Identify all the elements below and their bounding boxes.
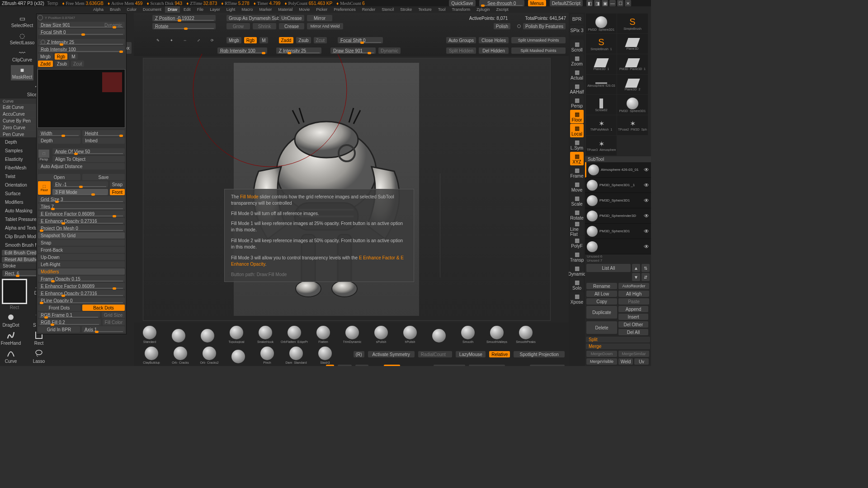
menu-movie[interactable]: Movie: [296, 6, 312, 13]
xyz[interactable]: XYZ: [355, 365, 368, 366]
pline-opacity[interactable]: PLine Opacity 0: [38, 297, 125, 304]
window-icon-2[interactable]: ◨: [594, 0, 600, 6]
stroke-dragdot-icon[interactable]: DragDot: [2, 311, 20, 329]
zpos-slider[interactable]: Z Position -0.19322: [152, 15, 216, 21]
up-down[interactable]: Up-Down: [38, 254, 125, 260]
uncrease[interactable]: UnCrease: [279, 15, 304, 21]
brush-trimdynamic[interactable]: TrimDynamic: [338, 324, 366, 343]
stroke-freehand-icon[interactable]: FreeHand: [2, 329, 20, 347]
brush-smoothvalleys[interactable]: SmoothValleys: [483, 324, 511, 343]
brush-empty[interactable]: [425, 324, 453, 343]
window-close[interactable]: ✕: [625, 0, 631, 6]
rgbintensity-slider[interactable]: Rgb Intensity 100: [38, 46, 125, 52]
allhigh[interactable]: All High: [618, 291, 649, 297]
focalshift-slider[interactable]: Focal Shift 0: [38, 29, 125, 35]
gridsize2[interactable]: Grid Size: [102, 312, 125, 318]
m2[interactable]: M: [259, 37, 268, 43]
crease[interactable]: Crease: [279, 23, 304, 29]
auto-groups[interactable]: Auto Groups: [446, 37, 476, 43]
elv-slider[interactable]: Elv -1: [52, 181, 108, 188]
nav-persp[interactable]: ▦Persp: [570, 96, 584, 109]
lazyradius[interactable]: LazyRadius: [469, 365, 505, 366]
spotlight-projection[interactable]: Spotlight Projection: [514, 351, 565, 357]
front[interactable]: Front: [110, 189, 125, 195]
tool-thumb-6[interactable]: Atmosphere 426-03: [586, 75, 617, 94]
auto-adjust-distance[interactable]: Auto Adjust Distance: [38, 163, 125, 169]
grow[interactable]: Grow: [226, 23, 250, 29]
stroke-lasso-icon[interactable]: Lasso: [30, 347, 48, 365]
arrow-down-icon[interactable]: ▼: [632, 273, 640, 281]
open[interactable]: Open: [38, 174, 80, 180]
menu-draw[interactable]: Draw: [165, 6, 180, 13]
delete[interactable]: Delete: [586, 321, 617, 334]
fillmode-slider[interactable]: 3 Fill Mode: [52, 189, 108, 195]
rename[interactable]: Rename: [586, 283, 617, 289]
tool-thumb-1[interactable]: SSimpleBrush: [617, 14, 648, 33]
eye-icon[interactable]: 👁: [644, 167, 649, 173]
spix[interactable]: SPix 3: [570, 25, 584, 35]
nav-scale[interactable]: ▦Scale: [570, 194, 584, 207]
relax[interactable]: Relax: [384, 365, 400, 366]
axis[interactable]: Axis 1: [82, 326, 125, 333]
arrow-up-icon[interactable]: ▲: [632, 264, 640, 272]
brush-flatten[interactable]: Flatten: [309, 324, 337, 343]
snap2[interactable]: Snap: [38, 239, 125, 246]
lazystep[interactable]: LazyStep: [434, 365, 465, 366]
subtool-row-1[interactable]: PM3D_Sphere3D1 _1👁: [585, 178, 651, 193]
nav-actual[interactable]: ▦Actual: [570, 68, 584, 81]
del-hidden[interactable]: Del Hidden: [479, 47, 509, 54]
menu-tool[interactable]: Tool: [435, 6, 448, 13]
uv[interactable]: Uv: [634, 358, 649, 365]
polish[interactable]: Polish: [494, 23, 510, 29]
tool-thumb-5[interactable]: PM3D_Plane3D_1: [617, 54, 648, 74]
aov-slider[interactable]: Angle Of View 50: [52, 148, 125, 155]
gridsize[interactable]: Grid Size 3: [38, 196, 125, 202]
merge-hdr[interactable]: Merge: [586, 343, 650, 349]
window-icon-5[interactable]: ☐: [617, 0, 623, 6]
menu-color[interactable]: Color: [124, 6, 140, 13]
menu-macro[interactable]: Macro: [239, 6, 255, 13]
menu-texture[interactable]: Texture: [415, 6, 434, 13]
brush-slash3[interactable]: Slash3: [311, 344, 339, 364]
eye-icon[interactable]: 👁: [644, 244, 649, 250]
radialcount[interactable]: RadialCount: [418, 351, 452, 357]
close-holes[interactable]: Close Holes: [479, 37, 509, 43]
rotate-icon[interactable]: ⟳: [206, 34, 218, 46]
eye-icon[interactable]: 👁: [644, 228, 649, 235]
menu-brush[interactable]: Brush: [107, 6, 123, 13]
mirror[interactable]: Mirror: [307, 15, 332, 21]
palette-pin-icon[interactable]: [38, 15, 43, 20]
brush-snakehook[interactable]: SnakeHook: [251, 324, 279, 343]
brush-empty[interactable]: [193, 324, 222, 343]
front-dots[interactable]: Front Dots: [38, 305, 80, 311]
eye-icon[interactable]: 👁: [644, 197, 649, 204]
zadd[interactable]: Zadd: [38, 61, 53, 67]
brush-hpolish[interactable]: hPolish: [396, 324, 424, 343]
eeo2[interactable]: E Enhance Opacity 0.27316: [38, 290, 125, 296]
split-hidden[interactable]: Split Hidden: [446, 47, 476, 54]
menu-render[interactable]: Render: [359, 6, 378, 13]
imbed-slider[interactable]: Imbed: [82, 137, 125, 144]
mrgb2[interactable]: Mrgb: [226, 37, 241, 43]
menu-zplugin[interactable]: Zplugin: [474, 6, 493, 13]
nav-solo[interactable]: ▦Solo: [570, 278, 584, 291]
brush-dam_standard[interactable]: Dam_Standard: [282, 344, 310, 364]
move-icon[interactable]: ↔: [179, 34, 191, 46]
insert[interactable]: Insert: [618, 314, 648, 320]
brush-orb_cracks[interactable]: Orb_Cracks: [166, 344, 194, 364]
brush-topological[interactable]: Topological: [222, 324, 250, 343]
edit-icon[interactable]: ✎: [152, 34, 164, 46]
left-right[interactable]: Left-Right: [38, 261, 125, 267]
brush-standard[interactable]: Standard: [136, 324, 164, 343]
project-on-mesh[interactable]: Project On Mesh 0: [38, 225, 125, 231]
brush-orb_cracks2[interactable]: Orb_Cracks2: [195, 344, 223, 364]
tiles[interactable]: Tiles 7: [38, 203, 125, 210]
tool-maskrect[interactable]: ■MaskRect: [11, 65, 33, 80]
zadd2[interactable]: Zadd: [279, 37, 294, 43]
bpr[interactable]: BPR: [570, 14, 584, 24]
arrow-updown-icon[interactable]: ⇅: [642, 264, 650, 272]
shrink[interactable]: Shrink: [253, 23, 276, 29]
draw-icon[interactable]: ✦: [165, 34, 177, 46]
tool-thumb-11[interactable]: ✶TPose2_PM3D_Sph: [617, 115, 648, 135]
tool-thumb-9[interactable]: PM3D_Sphere3D1: [617, 95, 648, 115]
